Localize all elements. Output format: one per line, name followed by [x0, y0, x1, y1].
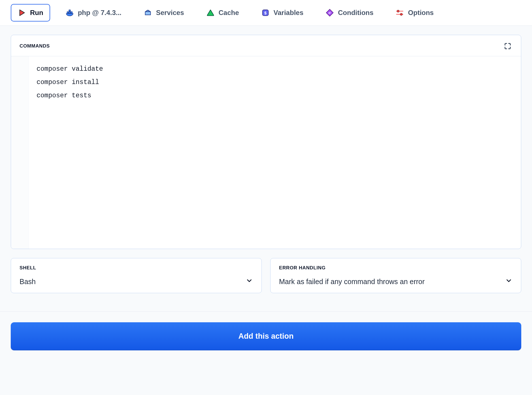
footer: Add this action — [0, 311, 532, 361]
tabs-bar: Run php @ 7.4.3... Service — [0, 0, 532, 26]
error-handling-value: Mark as failed if any command throws an … — [279, 278, 425, 286]
tab-label: Run — [30, 9, 43, 17]
dollar-icon: $ — [261, 8, 270, 17]
commands-title: COMMANDS — [20, 43, 50, 49]
package-icon — [144, 8, 152, 17]
tab-label: Conditions — [338, 9, 373, 17]
editor-gutter — [11, 56, 29, 249]
tab-label: Services — [156, 9, 184, 17]
commands-panel-header: COMMANDS — [11, 35, 521, 56]
error-handling-select[interactable]: ERROR HANDLING Mark as failed if any com… — [270, 258, 521, 293]
svg-text:$: $ — [264, 11, 267, 15]
chevron-down-icon — [505, 277, 512, 286]
commands-panel: COMMANDS composer validate composer inst… — [11, 35, 521, 249]
tab-label: php @ 7.4.3... — [78, 9, 122, 17]
settings-row: SHELL Bash ERROR HANDLING Mark as failed… — [11, 258, 521, 293]
tab-label: Variables — [274, 9, 303, 17]
shell-label: SHELL — [20, 265, 253, 271]
svg-rect-2 — [69, 10, 71, 12]
svg-rect-1 — [69, 12, 71, 13]
commands-code[interactable]: composer validate composer install compo… — [29, 56, 521, 249]
add-action-button[interactable]: Add this action — [11, 322, 521, 350]
shell-select[interactable]: SHELL Bash — [11, 258, 262, 293]
svg-text:IF: IF — [329, 12, 331, 14]
main-content: COMMANDS composer validate composer inst… — [0, 26, 532, 300]
svg-rect-3 — [71, 12, 72, 13]
tab-php[interactable]: php @ 7.4.3... — [59, 4, 128, 22]
svg-point-8 — [397, 10, 399, 12]
diamond-icon: IF — [325, 8, 334, 17]
play-icon — [18, 8, 26, 17]
tab-variables[interactable]: $ Variables — [254, 4, 310, 22]
tab-conditions[interactable]: IF Conditions — [319, 4, 380, 22]
sliders-icon — [395, 8, 404, 17]
chevron-down-icon — [246, 277, 253, 286]
tab-cache[interactable]: Cache — [199, 4, 246, 22]
docker-icon — [65, 8, 74, 17]
tab-run[interactable]: Run — [11, 4, 50, 22]
svg-rect-0 — [67, 12, 69, 13]
tab-services[interactable]: Services — [137, 4, 191, 22]
tab-label: Cache — [219, 9, 239, 17]
fullscreen-button[interactable] — [503, 41, 512, 51]
triangle-icon — [206, 8, 215, 17]
error-handling-label: ERROR HANDLING — [279, 265, 512, 271]
commands-editor[interactable]: composer validate composer install compo… — [11, 56, 521, 249]
shell-value: Bash — [20, 278, 36, 286]
tab-options[interactable]: Options — [389, 4, 441, 22]
svg-point-10 — [400, 13, 403, 16]
tab-label: Options — [408, 9, 434, 17]
